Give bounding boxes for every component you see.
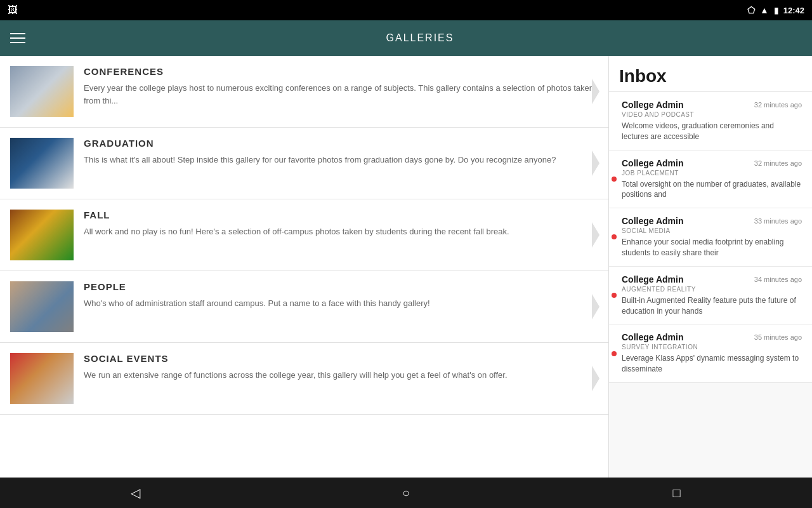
unread-dot-1 xyxy=(612,177,617,182)
inbox-header: Inbox xyxy=(609,56,812,92)
battery-icon: ▮ xyxy=(774,6,778,15)
status-bar-right: ⬠ ▲ ▮ 12:42 xyxy=(747,5,804,15)
inbox-preview-0: Welcome videos, graduation ceremonies an… xyxy=(622,121,802,142)
inbox-preview-2: Enhance your social media footprint by e… xyxy=(622,237,802,258)
home-button[interactable]: ○ xyxy=(387,480,425,505)
image-icon: 🖼 xyxy=(8,4,18,16)
inbox-time-2: 33 minutes ago xyxy=(754,217,802,225)
back-button[interactable]: ◁ xyxy=(116,480,154,505)
inbox-preview-4: Leverage Klass Apps' dynamic messaging s… xyxy=(622,353,802,375)
gallery-item-people[interactable]: PEOPLE Who's who of administration staff… xyxy=(0,271,608,343)
inbox-item-header-4: College Admin 35 minutes ago xyxy=(622,332,802,342)
inbox-sender-3: College Admin xyxy=(622,274,684,284)
chevron-icon-social-events xyxy=(589,359,602,398)
recents-button[interactable]: □ xyxy=(658,480,696,505)
top-bar-title: GALLERIES xyxy=(38,32,802,44)
status-bar: 🖼 ⬠ ▲ ▮ 12:42 xyxy=(0,0,812,20)
inbox-message-0[interactable]: College Admin 32 minutes ago VIDEO AND P… xyxy=(609,92,812,150)
chevron-icon-graduation xyxy=(589,144,602,182)
gallery-item-content-graduation: GRADUATION This is what it's all about! … xyxy=(84,138,598,166)
inbox-preview-1: Total oversight on the number of graduat… xyxy=(622,179,802,201)
inbox-sender-2: College Admin xyxy=(622,216,684,226)
unread-dot-3 xyxy=(612,293,617,298)
inbox-message-3[interactable]: College Admin 34 minutes ago AUGMENTED R… xyxy=(609,267,812,325)
inbox-category-1: JOB PLACEMENT xyxy=(622,170,802,177)
gallery-item-desc-graduation: This is what it's all about! Step inside… xyxy=(84,154,598,166)
gallery-item-desc-fall: All work and no play is no fun! Here's a… xyxy=(84,225,598,238)
inbox-sender-1: College Admin xyxy=(622,158,684,168)
inbox-category-3: AUGMENTED REALITY xyxy=(622,286,802,293)
gallery-item-title-fall: FALL xyxy=(84,210,598,220)
gallery-item-title-social-events: SOCIAL EVENTS xyxy=(84,353,598,364)
inbox-item-header-1: College Admin 32 minutes ago xyxy=(622,158,802,168)
inbox-sender-0: College Admin xyxy=(622,100,684,110)
top-bar: GALLERIES xyxy=(0,20,812,56)
inbox-panel: Inbox College Admin 32 minutes ago VIDEO… xyxy=(609,56,812,478)
chevron-icon-fall xyxy=(589,216,602,254)
inbox-item-header-0: College Admin 32 minutes ago xyxy=(622,100,802,110)
gallery-thumb-fall xyxy=(10,210,74,260)
inbox-sender-4: College Admin xyxy=(622,332,684,342)
hamburger-menu[interactable] xyxy=(10,33,25,43)
gallery-item-graduation[interactable]: GRADUATION This is what it's all about! … xyxy=(0,128,608,199)
inbox-time-1: 32 minutes ago xyxy=(754,159,802,167)
gallery-item-content-fall: FALL All work and no play is no fun! Her… xyxy=(84,210,598,238)
gallery-thumb-conferences xyxy=(10,66,74,117)
inbox-time-4: 35 minutes ago xyxy=(754,333,802,341)
gallery-item-content-social-events: SOCIAL EVENTS We run an extensive range … xyxy=(84,353,598,382)
inbox-item-header-3: College Admin 34 minutes ago xyxy=(622,274,802,284)
gallery-item-title-people: PEOPLE xyxy=(84,281,598,292)
gallery-list: CONFERENCES Every year the college plays… xyxy=(0,56,609,478)
bluetooth-icon: ⬠ xyxy=(747,5,755,15)
wifi-icon: ▲ xyxy=(760,5,769,15)
bottom-nav: ◁ ○ □ xyxy=(0,478,812,508)
gallery-item-title-conferences: CONFERENCES xyxy=(84,66,598,77)
status-bar-left: 🖼 xyxy=(8,4,18,16)
gallery-item-content-conferences: CONFERENCES Every year the college plays… xyxy=(84,66,598,107)
gallery-item-desc-social-events: We run an extensive range of functions a… xyxy=(84,369,598,382)
inbox-time-0: 32 minutes ago xyxy=(754,101,802,109)
inbox-message-2[interactable]: College Admin 33 minutes ago SOCIAL MEDI… xyxy=(609,208,812,267)
inbox-category-0: VIDEO AND PODCAST xyxy=(622,111,802,118)
chevron-icon-conferences xyxy=(589,72,602,110)
gallery-item-conferences[interactable]: CONFERENCES Every year the college plays… xyxy=(0,56,608,128)
clock: 12:42 xyxy=(783,6,804,15)
main-content: CONFERENCES Every year the college plays… xyxy=(0,56,812,478)
gallery-item-fall[interactable]: FALL All work and no play is no fun! Her… xyxy=(0,199,608,271)
unread-dot-4 xyxy=(612,351,617,356)
gallery-item-desc-conferences: Every year the college plays host to num… xyxy=(84,82,598,107)
gallery-thumb-social-events xyxy=(10,353,74,404)
inbox-category-2: SOCIAL MEDIA xyxy=(622,227,802,234)
inbox-message-4[interactable]: College Admin 35 minutes ago SURVEY INTE… xyxy=(609,324,812,383)
gallery-item-content-people: PEOPLE Who's who of administration staff… xyxy=(84,281,598,310)
gallery-thumb-people xyxy=(10,281,74,332)
unread-dot-2 xyxy=(612,234,617,239)
inbox-message-1[interactable]: College Admin 32 minutes ago JOB PLACEME… xyxy=(609,150,812,209)
gallery-item-desc-people: Who's who of administration staff around… xyxy=(84,297,598,310)
gallery-item-title-graduation: GRADUATION xyxy=(84,138,598,149)
inbox-item-header-2: College Admin 33 minutes ago xyxy=(622,216,802,226)
chevron-icon-people xyxy=(589,288,602,326)
gallery-thumb-graduation xyxy=(10,138,74,189)
gallery-item-social-events[interactable]: SOCIAL EVENTS We run an extensive range … xyxy=(0,343,608,415)
inbox-category-4: SURVEY INTEGRATION xyxy=(622,344,802,351)
inbox-time-3: 34 minutes ago xyxy=(754,276,802,283)
inbox-preview-3: Built-in Augmented Reality feature puts … xyxy=(622,295,802,317)
